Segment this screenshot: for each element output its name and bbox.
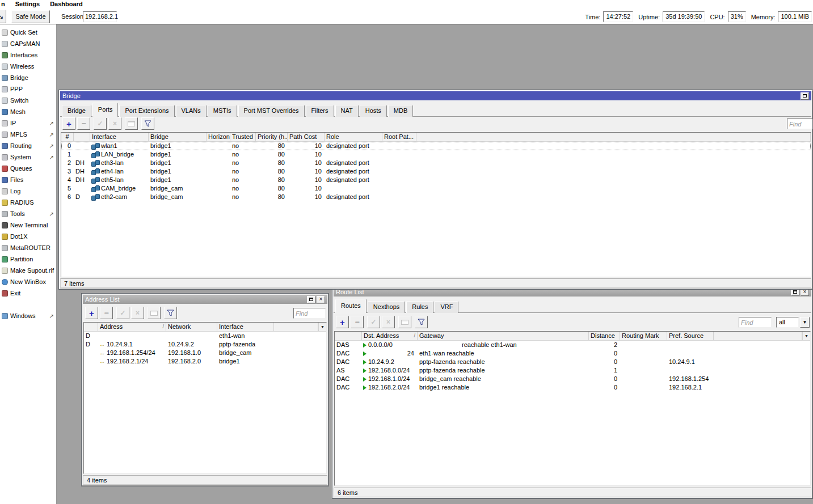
col-flags[interactable] [74,133,90,141]
filter-button[interactable] [141,117,154,130]
sidebar-item-metarouter[interactable]: MetaROUTER [0,242,56,253]
tab-vlans[interactable]: VLANs [176,105,207,117]
tab-mstis[interactable]: MSTIs [208,105,237,117]
table-row[interactable]: DAC 192.168.2.0/24 bridge1 reachable 0 1… [335,383,810,392]
tab-hosts[interactable]: Hosts [360,105,387,117]
tab-mdb[interactable]: MDB [388,105,413,117]
table-row[interactable]: 3 DH eth4-lan bridge1 no 80 10 designate… [61,167,811,176]
address-list-titlebar[interactable]: Address List × [83,295,327,304]
menu-settings[interactable]: Settings [15,1,40,7]
sidebar-item-make-supout[interactable]: Make Supout.rif [0,265,56,276]
comment-button[interactable] [398,316,411,328]
table-row[interactable]: 6 D eth2-cam bridge_cam no 80 10 designa… [61,193,811,201]
table-row[interactable]: DAC 10.24.9.2 pptp-fazenda reachable 0 1… [335,358,810,366]
column-select-button[interactable]: ▼ [318,323,326,331]
maximize-button[interactable] [801,92,809,100]
table-row[interactable]: ↔192.168.1.254/24 192.168.1.0 bridge_cam [84,349,326,357]
comment-button[interactable] [125,117,138,130]
table-row[interactable]: DAS 0.0.0.0/0 reachable eth1-wan 2 [335,341,810,349]
sidebar-item-ip[interactable]: IP↗ [0,117,56,129]
menu-session-truncated[interactable]: n [1,1,5,7]
menu-dashboard[interactable]: Dashboard [50,1,82,7]
remove-button[interactable]: − [77,117,90,130]
sidebar-item-new-winbox[interactable]: New WinBox [0,276,56,287]
sidebar-item-switch[interactable]: Switch [0,95,56,106]
tab-port-mst-overrides[interactable]: Port MST Overrides [238,105,305,117]
tab-ports[interactable]: Ports [92,103,119,117]
sidebar-item-mpls[interactable]: MPLS↗ [0,129,56,140]
enable-button[interactable]: ✓ [367,316,380,328]
sidebar-item-queues[interactable]: Queues [0,163,56,174]
sidebar-item-mesh[interactable]: Mesh [0,106,56,117]
remove-button[interactable]: − [100,307,113,319]
table-row[interactable]: 4 DH eth5-lan bridge1 no 80 10 designate… [61,176,811,184]
sidebar-item-bridge[interactable]: Bridge [0,72,56,83]
table-row[interactable]: D ↔10.24.9.1 10.24.9.2 pptp-fazenda [84,340,326,349]
comment-button[interactable] [148,307,161,319]
col-flags[interactable] [84,323,98,331]
close-button[interactable]: × [317,296,325,303]
session-value[interactable]: 192.168.2.1 [83,11,117,22]
table-row[interactable]: D eth1-wan [84,332,326,340]
enable-button[interactable]: ✓ [94,117,107,130]
route-find-input[interactable] [739,317,772,328]
tab-nat[interactable]: NAT [335,105,359,117]
bridge-titlebar[interactable]: Bridge [60,91,811,100]
table-row[interactable]: 2 DH eth3-lan bridge1 no 80 10 designate… [61,159,811,167]
col-num[interactable]: # [61,133,74,141]
sidebar-item-radius[interactable]: RADIUS [0,197,56,208]
address-find-input[interactable] [293,308,326,319]
col-priority[interactable]: Priority (h... [256,133,288,141]
col-address[interactable]: Address/ [98,323,166,331]
sidebar-item-quick-set[interactable]: Quick Set [0,27,56,38]
sidebar-item-ppp[interactable]: PPP [0,83,56,95]
table-row[interactable]: 5 CAM_bridge bridge_cam no 80 10 [61,184,811,193]
filter-button[interactable] [415,316,428,328]
col-bridge[interactable]: Bridge [149,133,207,141]
add-button[interactable]: + [336,316,349,328]
col-flags[interactable] [335,332,362,340]
table-row[interactable]: 1 LAN_bridge bridge1 no 80 10 [61,150,811,159]
disable-button[interactable]: × [382,316,395,328]
sidebar-item-routing[interactable]: Routing↗ [0,140,56,151]
sidebar-item-files[interactable]: Files [0,174,56,185]
tab-port-extensions[interactable]: Port Extensions [119,105,174,117]
tab-vrf[interactable]: VRF [435,301,458,313]
col-routing-mark[interactable]: Routing Mark [620,332,667,340]
tab-bridge[interactable]: Bridge [62,105,91,117]
add-button[interactable]: + [85,307,98,319]
tab-routes[interactable]: Routes [335,299,367,313]
col-network[interactable]: Network [166,323,217,331]
remove-button[interactable]: − [351,316,364,328]
route-filter-select[interactable]: all [776,317,799,328]
col-distance[interactable]: Distance [589,332,620,340]
sidebar-item-dot1x[interactable]: Dot1X [0,231,56,242]
table-row[interactable]: ↔192.168.2.1/24 192.168.2.0 bridge1 [84,357,326,366]
col-path-cost[interactable]: Path Cost [288,133,325,141]
sidebar-item-system[interactable]: System↗ [0,151,56,163]
disable-button[interactable]: × [131,307,144,319]
maximize-button[interactable] [307,296,315,303]
col-root-path[interactable]: Root Pat... [382,133,416,141]
table-row[interactable]: AS 192.168.0.0/24 pptp-fazenda reachable… [335,366,810,375]
enable-button[interactable]: ✓ [116,307,129,319]
sidebar-item-windows[interactable]: Windows↗ [0,310,56,321]
sidebar-item-log[interactable]: Log [0,185,56,197]
sidebar-item-partition[interactable]: Partition [0,253,56,265]
sidebar-item-wireless[interactable]: Wireless [0,61,56,72]
table-row[interactable]: DAC 192.168.1.0/24 bridge_cam reachable … [335,375,810,383]
tab-rules[interactable]: Rules [406,301,433,313]
sidebar-item-tools[interactable]: Tools↗ [0,208,56,219]
col-dst-address[interactable]: Dst. Address/ [362,332,418,340]
col-role[interactable]: Role [325,133,382,141]
col-interface[interactable]: Interface [217,323,274,331]
sidebar-item-capsman[interactable]: CAPsMAN [0,38,56,49]
column-select-button[interactable]: ▼ [802,332,810,340]
sidebar-item-new-terminal[interactable]: New Terminal [0,219,56,231]
col-pref-source[interactable]: Pref. Source [667,332,714,340]
safe-mode-button[interactable]: Safe Mode [11,10,50,23]
tab-nexthops[interactable]: Nexthops [368,301,405,313]
filter-button[interactable] [164,307,177,319]
sidebar-item-exit[interactable]: Exit [0,287,56,299]
route-filter-dropdown-button[interactable]: ▼ [800,317,810,328]
